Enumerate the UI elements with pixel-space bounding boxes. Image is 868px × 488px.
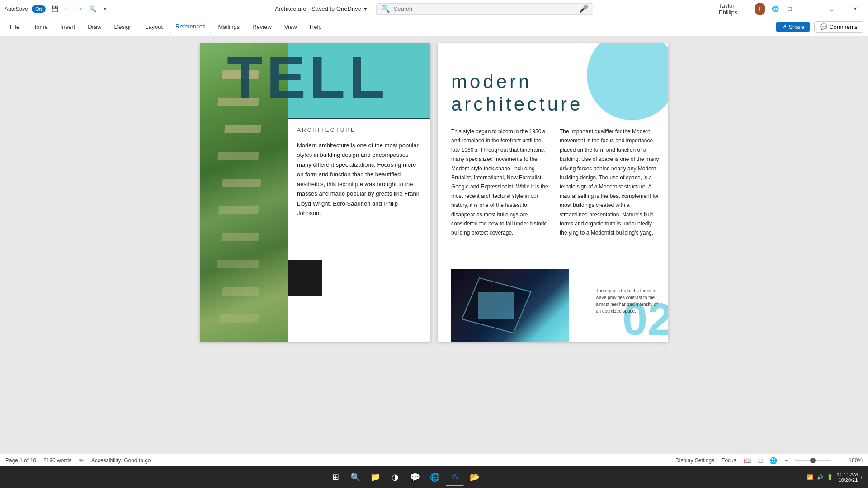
right-text-cols: This style began to bloom in the 1930's … bbox=[451, 127, 659, 238]
save-button[interactable]: 💾 bbox=[49, 4, 60, 14]
title-toolbar: 💾 ↩ ↪ 🔍 ▾ bbox=[49, 4, 111, 14]
ribbon: File Home Insert Draw Design Layout Refe… bbox=[0, 18, 868, 36]
account-icon: □ bbox=[785, 4, 794, 14]
taskbar-files[interactable]: 📁 bbox=[366, 468, 384, 486]
autosave-toggle[interactable]: On bbox=[32, 5, 46, 13]
autosave-on-label: On bbox=[35, 6, 42, 12]
doc-title-text: Architecture - Saved to OneDrive bbox=[275, 5, 361, 12]
search-bar[interactable]: 🔍 🎤 bbox=[376, 3, 593, 15]
tell-heading: TELL bbox=[227, 48, 388, 107]
restore-button[interactable]: □ bbox=[823, 0, 840, 18]
balcony-7 bbox=[221, 233, 259, 241]
title-bar-right: Taylor Phillips T 🌐 □ — □ ✕ bbox=[719, 0, 863, 18]
ribbon-item-home[interactable]: Home bbox=[27, 21, 53, 33]
time-display: 11:11 AM bbox=[837, 472, 858, 477]
microphone-icon[interactable]: 🎤 bbox=[579, 5, 588, 13]
zoom-thumb[interactable] bbox=[810, 458, 816, 463]
zoom-level: 100% bbox=[849, 457, 863, 464]
undo-button[interactable]: ↩ bbox=[62, 4, 73, 14]
search-doc-button[interactable]: 🔍 bbox=[87, 4, 98, 14]
arch-shape-inner bbox=[478, 292, 514, 319]
title-bar-center: Architecture - Saved to OneDrive ▾ 🔍 🎤 bbox=[149, 3, 719, 15]
caption-text: The organic truth of a forest or wave pr… bbox=[596, 287, 659, 314]
date-display: 10/20/21 bbox=[839, 477, 858, 483]
focus-button[interactable]: Focus bbox=[722, 457, 736, 464]
search-input[interactable] bbox=[394, 5, 576, 12]
network-icon: 📶 bbox=[807, 474, 813, 480]
accessibility-status[interactable]: Accessibility: Good to go bbox=[91, 457, 151, 464]
page-info: Page 1 of 10 bbox=[5, 457, 36, 464]
status-left: Page 1 of 10 2190 words ✏ Accessibility:… bbox=[5, 457, 151, 464]
taskbar-right: 📶 🔊 🔋 11:11 AM 10/20/21 □ bbox=[807, 472, 864, 483]
more-button[interactable]: ▾ bbox=[100, 4, 111, 14]
title-line1: modern bbox=[451, 70, 641, 93]
ribbon-item-review[interactable]: Review bbox=[247, 21, 277, 33]
main-area: TELL ARCHITECTURE Modern architecture is… bbox=[0, 36, 868, 454]
black-square-accent bbox=[288, 260, 322, 296]
ribbon-item-mailings[interactable]: Mailings bbox=[213, 21, 245, 33]
globe-icon: 🌐 bbox=[771, 4, 780, 14]
balcony-10 bbox=[219, 314, 259, 323]
balcony-9 bbox=[222, 287, 259, 296]
taskbar-edge[interactable]: 🌐 bbox=[426, 468, 444, 486]
web-layout-icon[interactable]: 🌐 bbox=[769, 457, 777, 464]
display-settings-button[interactable]: Display Settings bbox=[675, 457, 714, 464]
taskbar-time[interactable]: 11:11 AM 10/20/21 bbox=[837, 472, 858, 483]
title-bar-left: AutoSave On 💾 ↩ ↪ 🔍 ▾ bbox=[5, 4, 149, 14]
page-divider bbox=[288, 118, 430, 119]
comments-button[interactable]: 💬 Comments bbox=[814, 21, 863, 33]
close-button[interactable]: ✕ bbox=[846, 0, 863, 18]
battery-icon: 🔋 bbox=[827, 474, 833, 480]
title-bar: AutoSave On 💾 ↩ ↪ 🔍 ▾ Architecture - Sav… bbox=[0, 0, 868, 18]
ribbon-item-layout[interactable]: Layout bbox=[140, 21, 168, 33]
ribbon-item-design[interactable]: Design bbox=[109, 21, 138, 33]
doc-title-chevron[interactable]: ▾ bbox=[364, 5, 367, 12]
taskbar: ⊞ 🔍 📁 ◑ 💬 🌐 W 📂 📶 🔊 🔋 11:11 AM 10/20/21 … bbox=[0, 466, 868, 488]
ribbon-item-file[interactable]: File bbox=[5, 21, 25, 33]
page2-title: modern architecture bbox=[451, 70, 641, 116]
ribbon-item-references[interactable]: References bbox=[170, 20, 211, 33]
edit-icon: ✏ bbox=[79, 457, 84, 464]
taskbar-start[interactable]: ⊞ bbox=[326, 468, 344, 486]
minimize-button[interactable]: — bbox=[800, 0, 817, 18]
balcony-5 bbox=[222, 179, 261, 187]
ribbon-item-view[interactable]: View bbox=[279, 21, 302, 33]
ribbon-item-insert[interactable]: Insert bbox=[55, 21, 81, 33]
zoom-slider[interactable] bbox=[795, 460, 831, 461]
avatar[interactable]: T bbox=[755, 3, 765, 15]
ribbon-item-draw[interactable]: Draw bbox=[82, 21, 107, 33]
notification-icon[interactable]: □ bbox=[861, 474, 864, 480]
taskbar-word[interactable]: W bbox=[446, 468, 464, 486]
read-mode-icon[interactable]: 📖 bbox=[744, 457, 751, 464]
ribbon-item-help[interactable]: Help bbox=[304, 21, 327, 33]
right-col-2: The important qualifier for the Modern m… bbox=[560, 127, 659, 238]
zoom-out-button[interactable]: − bbox=[784, 457, 788, 464]
balcony-3 bbox=[224, 125, 261, 133]
share-button[interactable]: ↗ Share bbox=[776, 22, 810, 32]
bottom-architecture-image bbox=[451, 269, 569, 342]
comment-icon: 💬 bbox=[820, 23, 827, 30]
title-line2: architecture bbox=[451, 93, 641, 116]
taskbar-chat[interactable]: 💬 bbox=[406, 468, 424, 486]
page-1: TELL ARCHITECTURE Modern architecture is… bbox=[200, 43, 430, 342]
right-col-1: This style began to bloom in the 1930's … bbox=[451, 127, 551, 238]
taskbar-search[interactable]: 🔍 bbox=[346, 468, 364, 486]
zoom-in-button[interactable]: + bbox=[838, 457, 841, 464]
ribbon-right: ↗ Share 💬 Comments bbox=[776, 21, 863, 33]
status-right: Display Settings Focus 📖 □ 🌐 − + 100% bbox=[675, 457, 863, 464]
architecture-label: ARCHITECTURE bbox=[297, 127, 356, 133]
print-layout-icon[interactable]: □ bbox=[759, 457, 762, 464]
status-bar: Page 1 of 10 2190 words ✏ Accessibility:… bbox=[0, 454, 868, 466]
word-count: 2190 words bbox=[43, 457, 71, 464]
architecture-body: Modern architecture is one of the most p… bbox=[297, 141, 421, 218]
comments-label: Comments bbox=[829, 23, 858, 30]
balcony-6 bbox=[218, 206, 259, 214]
share-icon: ↗ bbox=[782, 23, 787, 30]
search-icon: 🔍 bbox=[381, 5, 390, 13]
balcony-4 bbox=[217, 152, 259, 160]
taskbar-widgets[interactable]: ◑ bbox=[386, 468, 404, 486]
volume-icon: 🔊 bbox=[817, 474, 823, 480]
doc-title: Architecture - Saved to OneDrive ▾ bbox=[275, 5, 367, 12]
taskbar-explorer[interactable]: 📂 bbox=[466, 468, 484, 486]
redo-button[interactable]: ↪ bbox=[75, 4, 85, 14]
